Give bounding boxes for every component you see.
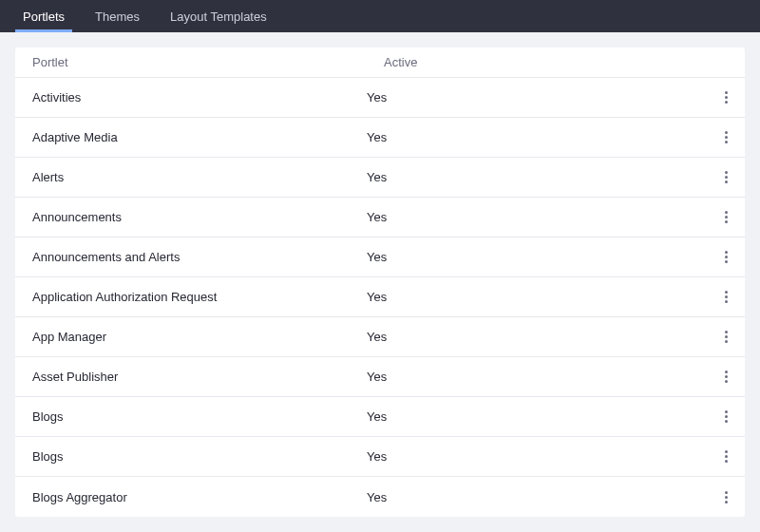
svg-point-8	[725, 180, 728, 183]
portlet-active-value: Yes	[367, 330, 707, 344]
svg-point-19	[725, 335, 728, 338]
svg-point-2	[725, 101, 728, 104]
table-row: ActivitiesYes	[15, 78, 745, 118]
portlet-active-value: Yes	[367, 409, 707, 424]
content: Portlet Active ActivitiesYesAdaptive Med…	[0, 32, 760, 532]
tab-layout-templates[interactable]: Layout Templates	[155, 0, 282, 32]
svg-point-21	[725, 370, 728, 373]
portlet-name-link[interactable]: Announcements	[15, 210, 367, 224]
svg-point-29	[725, 460, 728, 463]
row-actions	[707, 364, 745, 390]
row-actions	[707, 324, 745, 351]
portlet-name-link[interactable]: Announcements and Alerts	[15, 250, 367, 264]
portlet-name-link[interactable]: Activities	[15, 90, 367, 104]
svg-point-32	[725, 501, 728, 504]
svg-point-17	[725, 300, 728, 303]
svg-point-3	[725, 131, 728, 134]
row-actions	[707, 164, 745, 191]
svg-point-12	[725, 251, 728, 254]
svg-point-27	[725, 450, 728, 453]
svg-point-15	[725, 291, 728, 294]
svg-point-24	[725, 410, 728, 413]
svg-point-4	[725, 136, 728, 139]
kebab-menu-icon[interactable]	[712, 364, 739, 390]
portlet-name-link[interactable]: Blogs	[15, 449, 367, 464]
tab-themes[interactable]: Themes	[80, 0, 155, 32]
kebab-menu-icon[interactable]	[712, 484, 739, 510]
svg-point-26	[725, 420, 728, 423]
table-row: Asset PublisherYes	[15, 357, 745, 397]
svg-point-18	[725, 331, 728, 333]
kebab-menu-icon[interactable]	[712, 85, 739, 111]
svg-point-25	[725, 415, 728, 418]
table-row: AlertsYes	[15, 158, 745, 198]
portlet-active-value: Yes	[367, 170, 707, 184]
header-active[interactable]: Active	[367, 55, 707, 69]
table-row: Blogs AggregatorYes	[15, 477, 745, 517]
portlet-name-link[interactable]: Adaptive Media	[15, 130, 367, 144]
svg-point-28	[725, 455, 728, 458]
kebab-menu-icon[interactable]	[712, 164, 739, 191]
portlet-name-link[interactable]: Alerts	[15, 170, 367, 184]
svg-point-0	[725, 91, 728, 94]
svg-point-13	[725, 256, 728, 258]
svg-point-14	[725, 260, 728, 263]
tab-portlets[interactable]: Portlets	[8, 0, 80, 32]
row-actions	[707, 444, 745, 470]
row-actions	[707, 204, 745, 231]
row-actions	[707, 244, 745, 271]
portlet-active-value: Yes	[367, 449, 707, 464]
svg-point-11	[725, 220, 728, 223]
table-row: BlogsYes	[15, 437, 745, 477]
portlet-active-value: Yes	[367, 130, 707, 144]
row-actions	[707, 484, 745, 510]
svg-point-9	[725, 211, 728, 214]
kebab-menu-icon[interactable]	[712, 324, 739, 351]
kebab-menu-icon[interactable]	[712, 124, 739, 151]
kebab-menu-icon[interactable]	[712, 204, 739, 231]
kebab-menu-icon[interactable]	[712, 404, 739, 430]
row-actions	[707, 284, 745, 311]
portlet-name-link[interactable]: Asset Publisher	[15, 370, 367, 384]
svg-point-5	[725, 141, 728, 143]
svg-point-22	[725, 375, 728, 378]
row-actions	[707, 85, 745, 111]
portlet-name-link[interactable]: Blogs Aggregator	[15, 490, 367, 504]
row-actions	[707, 124, 745, 151]
table-row: Announcements and AlertsYes	[15, 238, 745, 277]
kebab-menu-icon[interactable]	[712, 244, 739, 271]
table-row: Adaptive MediaYes	[15, 118, 745, 158]
svg-point-23	[725, 380, 728, 383]
table-row: Application Authorization RequestYes	[15, 277, 745, 317]
table-row: BlogsYes	[15, 397, 745, 437]
kebab-menu-icon[interactable]	[712, 284, 739, 311]
table-row: AnnouncementsYes	[15, 198, 745, 238]
svg-point-16	[725, 295, 728, 298]
svg-point-31	[725, 496, 728, 499]
table-row: App ManagerYes	[15, 317, 745, 357]
table-header: Portlet Active	[15, 48, 745, 78]
svg-point-6	[725, 171, 728, 174]
kebab-menu-icon[interactable]	[712, 444, 739, 470]
portlet-active-value: Yes	[367, 490, 707, 504]
portlet-active-value: Yes	[367, 90, 707, 104]
portlet-active-value: Yes	[367, 210, 707, 224]
svg-point-1	[725, 96, 728, 99]
svg-point-10	[725, 216, 728, 218]
header-portlet[interactable]: Portlet	[15, 55, 367, 69]
portlet-active-value: Yes	[367, 370, 707, 384]
portlet-active-value: Yes	[367, 290, 707, 304]
portlet-name-link[interactable]: Application Authorization Request	[15, 290, 367, 304]
portlet-name-link[interactable]: Blogs	[15, 409, 367, 424]
svg-point-20	[725, 340, 728, 343]
portlet-name-link[interactable]: App Manager	[15, 330, 367, 344]
svg-point-30	[725, 491, 728, 494]
navbar: Portlets Themes Layout Templates	[0, 0, 760, 32]
row-actions	[707, 404, 745, 430]
portlets-table: Portlet Active ActivitiesYesAdaptive Med…	[15, 48, 745, 517]
svg-point-7	[725, 176, 728, 179]
portlet-active-value: Yes	[367, 250, 707, 264]
